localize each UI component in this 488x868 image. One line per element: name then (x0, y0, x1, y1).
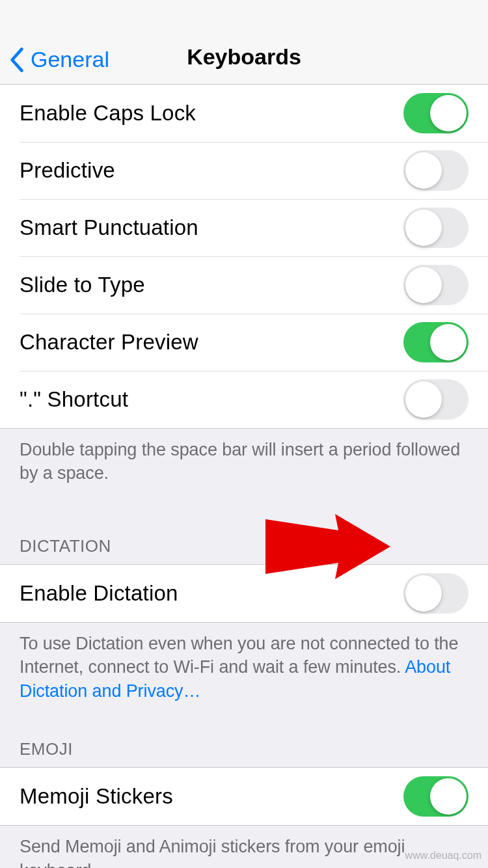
back-button[interactable]: General (10, 47, 109, 72)
row-label: Predictive (20, 158, 115, 183)
toggle-knob (405, 381, 442, 418)
row-label: Smart Punctuation (20, 215, 198, 240)
keyboard-settings-section: Enable Caps Lock Predictive Smart Punctu… (0, 84, 488, 429)
dictation-section: Enable Dictation (0, 564, 488, 623)
toggle-knob (430, 95, 467, 131)
toggle-knob (405, 575, 442, 612)
row-character-preview: Character Preview (0, 314, 488, 371)
toggle-knob (430, 324, 467, 360)
toggle-predictive[interactable] (403, 150, 468, 191)
footer-emoji-description: Send Memoji and Animoji stickers from yo… (0, 826, 488, 868)
row-predictive: Predictive (0, 142, 488, 199)
toggle-period-shortcut[interactable] (403, 379, 468, 420)
toggle-smart-punctuation[interactable] (403, 208, 468, 248)
row-label: Slide to Type (20, 273, 145, 297)
row-label: Enable Dictation (20, 581, 178, 606)
toggle-enable-dictation[interactable] (403, 573, 468, 614)
row-enable-caps-lock: Enable Caps Lock (0, 85, 488, 142)
row-label: Memoji Stickers (20, 784, 173, 809)
chevron-left-icon (10, 47, 24, 72)
back-label: General (31, 47, 109, 72)
row-label: Enable Caps Lock (20, 101, 196, 126)
row-enable-dictation: Enable Dictation (0, 565, 488, 622)
row-slide-to-type: Slide to Type (0, 256, 488, 314)
dictation-footer-text: To use Dictation even when you are not c… (20, 634, 458, 677)
row-period-shortcut: "." Shortcut (0, 371, 488, 428)
emoji-section: Memoji Stickers (0, 767, 488, 826)
toggle-knob (405, 267, 442, 303)
toggle-character-preview[interactable] (403, 322, 468, 362)
toggle-knob (430, 778, 467, 815)
row-memoji-stickers: Memoji Stickers (0, 768, 488, 825)
row-label: Character Preview (20, 330, 198, 355)
section-header-emoji: EMOJI (0, 714, 488, 767)
toggle-enable-caps-lock[interactable] (403, 93, 468, 133)
row-smart-punctuation: Smart Punctuation (0, 199, 488, 256)
section-header-dictation: DICTATION (0, 497, 488, 564)
toggle-knob (405, 210, 442, 246)
watermark: www.deuaq.com (405, 850, 481, 861)
footer-shortcut-description: Double tapping the space bar will insert… (0, 429, 488, 497)
footer-dictation-description: To use Dictation even when you are not c… (0, 623, 488, 714)
toggle-slide-to-type[interactable] (403, 265, 468, 305)
row-label: "." Shortcut (20, 387, 128, 412)
navigation-bar: General Keyboards (0, 0, 488, 85)
toggle-knob (405, 152, 442, 189)
toggle-memoji-stickers[interactable] (403, 776, 468, 817)
